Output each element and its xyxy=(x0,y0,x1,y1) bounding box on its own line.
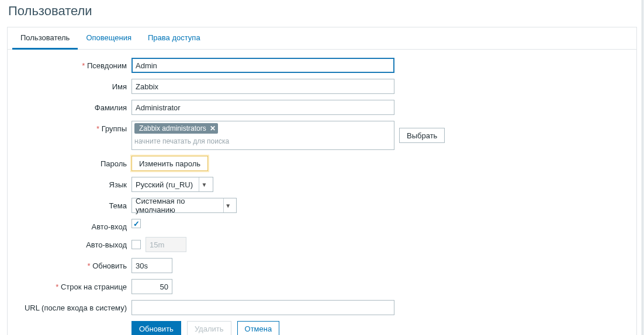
label-surname: Фамилия xyxy=(95,103,127,112)
group-tag[interactable]: Zabbix administrators ✕ xyxy=(134,123,218,134)
tab-perms[interactable]: Права доступа xyxy=(140,27,209,50)
groups-hint: начните печатать для поиска xyxy=(134,137,392,145)
group-tag-label: Zabbix administrators xyxy=(139,124,206,132)
cancel-button[interactable]: Отмена xyxy=(237,321,280,335)
autologout-checkbox[interactable] xyxy=(131,240,141,249)
remove-group-icon[interactable]: ✕ xyxy=(210,124,216,132)
label-name: Имя xyxy=(112,82,127,91)
select-groups-button[interactable]: Выбрать xyxy=(399,128,445,143)
url-input[interactable] xyxy=(131,300,394,315)
autologout-input xyxy=(146,237,186,252)
label-password: Пароль xyxy=(101,159,127,168)
change-password-button[interactable]: Изменить пароль xyxy=(131,156,208,171)
label-alias: Псевдоним xyxy=(82,61,127,70)
rows-input[interactable] xyxy=(131,279,172,294)
tabs: Пользователь Оповещения Права доступа xyxy=(8,27,636,50)
label-refresh: Обновить xyxy=(87,261,127,270)
autologin-checkbox[interactable] xyxy=(131,219,141,228)
label-autologin: Авто-вход xyxy=(92,222,127,231)
alias-input[interactable] xyxy=(131,58,394,73)
tab-user[interactable]: Пользователь xyxy=(12,27,78,50)
language-select[interactable]: Русский (ru_RU) ▼ xyxy=(131,177,213,192)
label-url: URL (после входа в систему) xyxy=(25,303,127,312)
language-selected: Русский (ru_RU) xyxy=(136,180,193,189)
label-theme: Тема xyxy=(109,201,127,210)
delete-button: Удалить xyxy=(187,321,231,335)
groups-multiselect[interactable]: Zabbix administrators ✕ начните печатать… xyxy=(131,121,394,150)
label-autologout: Авто-выход xyxy=(86,240,127,249)
scrollbar[interactable] xyxy=(642,0,644,335)
chevron-down-icon: ▼ xyxy=(223,198,233,212)
label-groups: Группы xyxy=(96,124,127,133)
refresh-input[interactable] xyxy=(131,258,172,273)
label-language: Язык xyxy=(109,180,127,189)
form-panel: Пользователь Оповещения Права доступа Пс… xyxy=(7,27,637,335)
chevron-down-icon: ▼ xyxy=(199,177,209,191)
label-rows: Строк на странице xyxy=(56,282,127,291)
update-button[interactable]: Обновить xyxy=(131,321,181,335)
name-input[interactable] xyxy=(131,79,394,94)
page-title: Пользователи xyxy=(8,4,637,19)
theme-select[interactable]: Системная по умолчанию ▼ xyxy=(131,198,237,213)
tab-media[interactable]: Оповещения xyxy=(78,27,140,50)
surname-input[interactable] xyxy=(131,100,394,115)
theme-selected: Системная по умолчанию xyxy=(136,197,219,214)
